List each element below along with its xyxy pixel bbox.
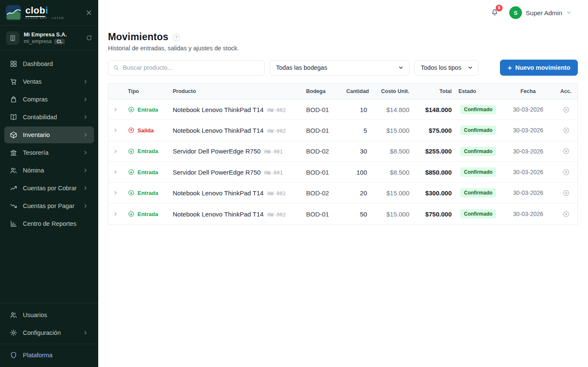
sidebar-item-nomina[interactable]: Nómina (4, 162, 94, 179)
unit-cost-cell: $15.000 (370, 127, 413, 134)
plus-icon: + (508, 64, 512, 71)
brand-tagline: CLOUD ERP · LATAM (25, 16, 86, 19)
cancel-action-icon[interactable] (550, 106, 577, 113)
unit-cost-cell: $15.000 (370, 211, 413, 218)
cancel-action-icon[interactable] (550, 189, 577, 197)
unit-cost-cell: $15.000 (370, 189, 413, 197)
notification-count-badge: 8 (496, 5, 502, 11)
table-row[interactable]: Entrada Notebook Lenovo ThinkPad T14 HW-… (108, 99, 577, 120)
sidebar-item-plataforma[interactable]: Plataforma (4, 347, 94, 364)
brand-name: clob (25, 5, 45, 17)
cancel-action-icon[interactable] (550, 211, 577, 218)
cancel-action-icon[interactable] (550, 148, 577, 155)
chevron-right-icon (83, 167, 88, 173)
sidebar-item-tesoreria[interactable]: Tesorería (4, 144, 94, 161)
movement-type-cell: Salida (123, 127, 169, 134)
page-subtitle: Historial de entradas, salidas y ajustes… (108, 45, 578, 52)
column-header-estado: Estado (455, 88, 506, 94)
sidebar-item-inventario[interactable]: Inventario (4, 126, 94, 143)
row-expand-chevron-icon[interactable] (108, 148, 123, 154)
row-expand-chevron-icon[interactable] (108, 107, 123, 112)
column-header-costo-unit: Costo Unit. (370, 88, 413, 94)
column-header-producto: Producto (169, 88, 303, 94)
content: Movimientos ? Historial de entradas, sal… (98, 25, 588, 367)
sidebar-item-centro-de-reportes[interactable]: Centro de Reportes (4, 215, 94, 232)
warehouse-select[interactable]: Todas las bodegas (270, 60, 409, 76)
chevron-down-icon (467, 65, 473, 71)
movements-table: TipoProductoBodegaCantidadCosto Unit.Tot… (108, 83, 578, 225)
table-row[interactable]: Salida Notebook Lenovo ThinkPad T14 HW-0… (108, 120, 577, 141)
status-badge: Confirmado (460, 167, 496, 177)
product-cell: Notebook Lenovo ThinkPad T14 HW-002 (169, 127, 303, 134)
notifications-button[interactable]: 8 (490, 8, 499, 18)
sidebar-item-label: Centro de Reportes (23, 220, 77, 227)
warehouse-select-value: Todas las bodegas (276, 64, 327, 71)
movement-type-label: Entrada (138, 107, 158, 113)
chevron-down-icon (398, 65, 404, 71)
chevron-right-icon (83, 114, 88, 120)
cart-icon (10, 78, 17, 85)
sidebar-item-dashboard[interactable]: Dashboard (4, 55, 94, 72)
help-icon[interactable]: ? (173, 34, 180, 41)
company-switcher[interactable]: Mi Empresa S.A. mi_empresa CL (0, 26, 98, 50)
status-cell: Confirmado (455, 105, 506, 114)
table-row[interactable]: Entrada Notebook Lenovo ThinkPad T14 HW-… (108, 203, 577, 224)
sidebar-item-ventas[interactable]: Ventas (4, 73, 94, 90)
movement-type-cell: Entrada (123, 148, 169, 155)
total-cell: $300.000 (413, 189, 455, 197)
sidebar-item-cuentas-por-cobrar[interactable]: Cuentas por Cobrar (4, 180, 94, 197)
brand-wordmark: clobi CLOUD ERP · LATAM (25, 6, 86, 19)
row-expand-chevron-icon[interactable] (108, 190, 123, 196)
product-name: Notebook Lenovo ThinkPad T14 (173, 211, 264, 218)
sidebar-item-label: Ventas (23, 78, 77, 85)
sidebar-item-contabilidad[interactable]: Contabilidad (4, 109, 94, 126)
sidebar-item-configuracion[interactable]: Configuración (4, 324, 94, 341)
row-expand-chevron-icon[interactable] (108, 169, 123, 175)
user-menu[interactable]: S Super Admin (509, 6, 572, 19)
user-name: Super Admin (526, 9, 562, 16)
quantity-cell: 20 (343, 189, 370, 197)
status-cell: Confirmado (455, 147, 506, 156)
sidebar-item-compras[interactable]: Compras (4, 91, 94, 108)
movement-type-cell: Entrada (123, 106, 169, 113)
unit-cost-cell: $14.800 (370, 106, 413, 113)
chevron-right-icon (83, 203, 88, 209)
sidebar-item-cuentas-por-pagar[interactable]: Cuentas por Pagar (4, 197, 94, 214)
table-row[interactable]: Entrada Notebook Lenovo ThinkPad T14 HW-… (108, 183, 577, 203)
movement-type-label: Entrada (138, 190, 158, 196)
sidebar: clobi CLOUD ERP · LATAM Mi Empresa S.A. … (0, 0, 98, 367)
product-sku: HW-002 (268, 128, 286, 134)
total-cell: $850.000 (413, 169, 455, 176)
refresh-icon[interactable] (86, 35, 92, 41)
product-sku: HW-001 (265, 149, 283, 155)
sidebar-item-usuarios[interactable]: Usuarios (4, 307, 94, 323)
row-expand-chevron-icon[interactable] (108, 211, 123, 217)
search-input[interactable] (123, 64, 260, 71)
column-header-cantidad: Cantidad (343, 88, 370, 94)
cancel-action-icon[interactable] (550, 127, 577, 134)
product-sku: HW-001 (265, 170, 283, 176)
table-row[interactable]: Entrada Servidor Dell PowerEdge R750 HW-… (108, 162, 577, 183)
column-header-total: Total (413, 88, 455, 94)
topbar: 8 S Super Admin (98, 0, 588, 25)
warehouse-cell: BOD-01 (303, 106, 343, 113)
divider (0, 344, 98, 344)
new-movement-button[interactable]: + Nuevo movimiento (500, 60, 578, 76)
product-sku: HW-002 (268, 107, 286, 113)
sidebar-close-icon[interactable] (86, 9, 92, 16)
movement-type-label: Entrada (138, 211, 158, 217)
movement-type-cell: Entrada (123, 189, 169, 196)
status-badge: Confirmado (460, 209, 496, 219)
cancel-action-icon[interactable] (550, 169, 577, 176)
status-cell: Confirmado (455, 209, 506, 219)
movement-type-label: Entrada (138, 148, 158, 154)
row-expand-chevron-icon[interactable] (108, 127, 123, 133)
entrada-arrow-down-circle-icon (128, 148, 135, 155)
product-cell: Notebook Lenovo ThinkPad T14 HW-002 (169, 211, 303, 218)
type-select[interactable]: Todos los tipos (414, 60, 479, 76)
product-name: Notebook Lenovo ThinkPad T14 (173, 106, 264, 113)
table-row[interactable]: Entrada Servidor Dell PowerEdge R750 HW-… (108, 141, 577, 162)
status-badge: Confirmado (460, 105, 496, 114)
quantity-cell: 5 (343, 127, 370, 134)
product-cell: Notebook Lenovo ThinkPad T14 HW-002 (169, 189, 303, 197)
